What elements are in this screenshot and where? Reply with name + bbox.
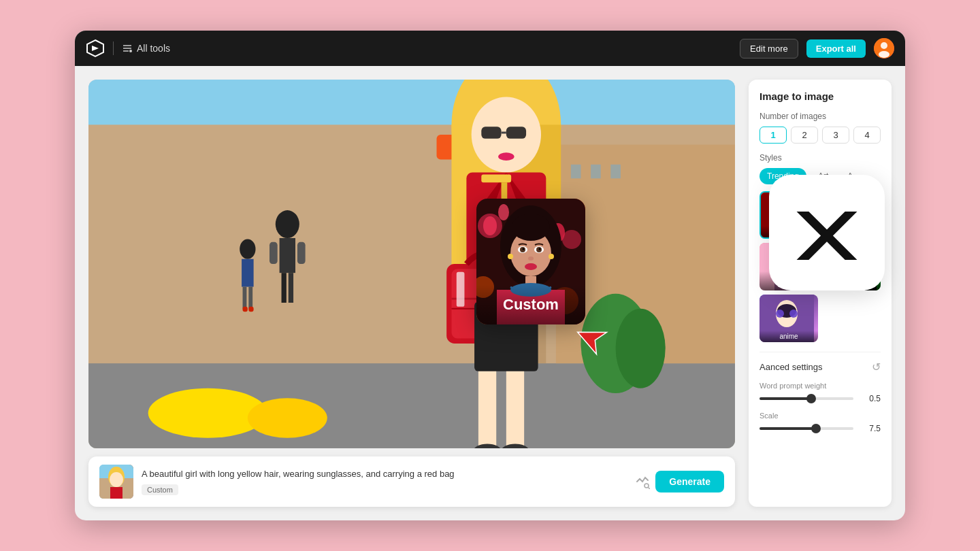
edit-more-button[interactable]: Edit more	[740, 39, 798, 59]
floating-custom-card: Custom	[476, 199, 585, 324]
svg-point-21	[276, 210, 299, 238]
advanced-section: Aanced settings ↺ Word prompt weight 0.5	[760, 352, 881, 441]
svg-rect-29	[243, 287, 247, 309]
svg-point-40	[498, 152, 514, 161]
main-content: A beautiful girl with long yellow hair, …	[75, 66, 905, 520]
word-prompt-label: Word prompt weight	[760, 382, 881, 390]
svg-rect-30	[248, 287, 252, 309]
svg-point-61	[644, 484, 649, 488]
num-images-section: Number of images 1 2 3 4	[760, 112, 881, 144]
svg-point-95	[498, 204, 509, 220]
num-images-label: Number of images	[760, 112, 881, 121]
svg-rect-13	[571, 165, 581, 178]
prompt-thumbnail	[99, 465, 133, 499]
prompt-text-area: A beautiful girl with long yellow hair, …	[142, 469, 627, 495]
svg-rect-31	[243, 307, 248, 312]
prompt-bar: A beautiful girl with long yellow hair, …	[88, 456, 735, 507]
all-tools-label: All tools	[137, 43, 170, 54]
svg-rect-53	[506, 371, 524, 448]
advanced-header: Aanced settings ↺	[760, 361, 881, 373]
prompt-tag: Custom	[142, 484, 178, 495]
topbar: All tools Edit more Export all	[75, 31, 905, 66]
export-all-button[interactable]: Export all	[806, 39, 866, 58]
svg-point-99	[512, 214, 550, 241]
svg-point-17	[616, 309, 666, 388]
svg-marker-113	[578, 322, 612, 357]
svg-rect-14	[591, 165, 601, 178]
num-btn-4[interactable]: 4	[853, 127, 881, 144]
scale-fill	[760, 427, 816, 430]
styles-label: Styles	[760, 153, 881, 163]
word-prompt-thumb[interactable]	[806, 394, 816, 403]
svg-point-27	[240, 239, 255, 258]
svg-rect-60	[110, 487, 122, 499]
num-btn-2[interactable]: 2	[791, 127, 818, 144]
app-window: All tools Edit more Export all	[75, 31, 905, 520]
capcut-logo[interactable]	[86, 39, 105, 58]
svg-point-20	[248, 398, 327, 437]
svg-rect-22	[280, 238, 295, 273]
svg-point-0	[129, 50, 132, 52]
word-prompt-slider-row: 0.5	[760, 394, 881, 403]
svg-rect-23	[282, 273, 287, 303]
num-btn-1[interactable]: 1	[760, 127, 787, 144]
prompt-actions: Generate	[635, 471, 724, 492]
reset-icon[interactable]: ↺	[872, 361, 881, 373]
svg-rect-32	[248, 307, 253, 312]
svg-rect-28	[242, 259, 254, 287]
prompt-text: A beautiful girl with long yellow hair, …	[142, 469, 627, 479]
svg-point-110	[549, 254, 554, 259]
all-tools-btn[interactable]: All tools	[122, 43, 170, 54]
svg-rect-15	[610, 165, 621, 178]
floating-custom-label: Custom	[476, 285, 585, 324]
scale-section: Scale 7.5	[760, 412, 881, 433]
svg-point-59	[110, 472, 123, 487]
capcut-logo-card	[769, 175, 885, 290]
advanced-title: Aanced settings	[760, 362, 823, 372]
main-image-container	[88, 80, 735, 448]
svg-point-3	[879, 51, 889, 58]
panel-title: Image to image	[760, 90, 881, 102]
svg-rect-26	[297, 242, 306, 264]
enhance-button[interactable]	[635, 474, 650, 489]
topbar-divider	[113, 41, 114, 55]
svg-point-87	[776, 310, 784, 318]
scale-slider-row: 7.5	[760, 424, 881, 433]
word-prompt-slider[interactable]	[760, 397, 853, 400]
svg-point-88	[789, 310, 798, 318]
num-btn-3[interactable]: 3	[822, 127, 849, 144]
svg-point-107	[525, 263, 537, 270]
svg-rect-44	[481, 174, 511, 182]
canvas-area: A beautiful girl with long yellow hair, …	[88, 80, 735, 507]
user-avatar[interactable]	[874, 38, 894, 59]
word-prompt-fill	[760, 397, 811, 400]
style-card-anime[interactable]: anime	[760, 295, 818, 342]
scale-value: 7.5	[859, 424, 881, 433]
scale-thumb[interactable]	[811, 424, 821, 433]
svg-point-94	[483, 216, 497, 235]
svg-rect-25	[270, 242, 278, 264]
svg-rect-38	[506, 127, 526, 139]
svg-rect-37	[481, 127, 501, 139]
advanced-title-prefix: A	[760, 362, 766, 372]
svg-rect-52	[478, 371, 496, 448]
scale-slider[interactable]	[760, 427, 853, 430]
scale-label: Scale	[760, 412, 881, 420]
svg-point-105	[539, 248, 541, 250]
svg-point-102	[523, 248, 525, 250]
word-prompt-value: 0.5	[859, 394, 881, 403]
svg-point-109	[508, 254, 513, 259]
svg-point-91	[562, 230, 581, 249]
word-prompt-section: Word prompt weight 0.5	[760, 382, 881, 403]
right-panel: Image to image Number of images 1 2 3 4 …	[749, 80, 892, 507]
svg-rect-24	[289, 273, 293, 303]
style-card-anime-label: anime	[760, 331, 818, 342]
svg-line-62	[649, 488, 651, 490]
svg-point-106	[528, 256, 534, 261]
generate-button[interactable]: Generate	[655, 471, 724, 492]
svg-rect-50	[457, 272, 465, 307]
svg-point-2	[881, 42, 887, 49]
floating-custom-img: Custom	[476, 199, 585, 324]
num-images-row: 1 2 3 4	[760, 127, 881, 144]
